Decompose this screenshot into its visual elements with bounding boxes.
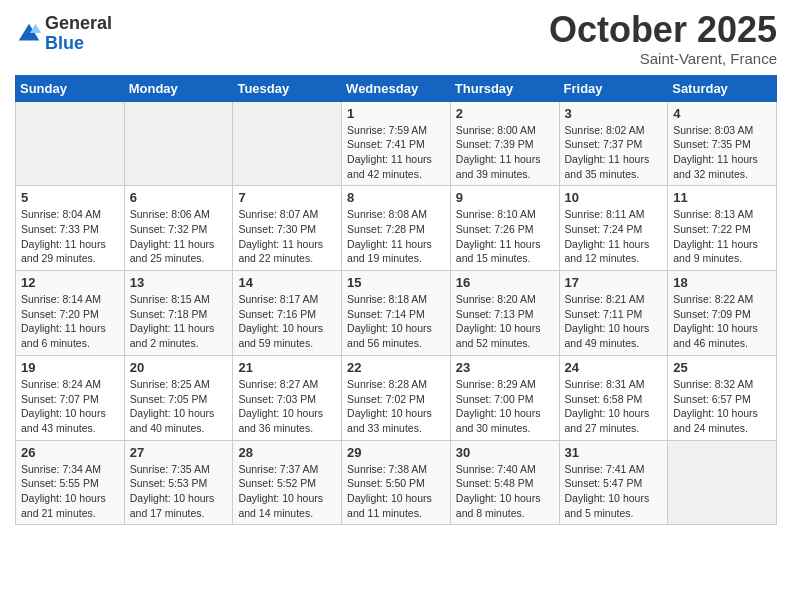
day-detail: Sunrise: 8:04 AMSunset: 7:33 PMDaylight:… xyxy=(21,207,119,266)
calendar-cell xyxy=(124,101,233,186)
calendar: SundayMondayTuesdayWednesdayThursdayFrid… xyxy=(15,75,777,526)
day-detail: Sunrise: 8:22 AMSunset: 7:09 PMDaylight:… xyxy=(673,292,771,351)
day-detail: Sunrise: 8:03 AMSunset: 7:35 PMDaylight:… xyxy=(673,123,771,182)
calendar-cell: 22Sunrise: 8:28 AMSunset: 7:02 PMDayligh… xyxy=(342,355,451,440)
calendar-cell: 27Sunrise: 7:35 AMSunset: 5:53 PMDayligh… xyxy=(124,440,233,525)
header: General Blue October 2025 Saint-Varent, … xyxy=(15,10,777,67)
day-detail: Sunrise: 8:25 AMSunset: 7:05 PMDaylight:… xyxy=(130,377,228,436)
day-number: 13 xyxy=(130,275,228,290)
calendar-week-row: 19Sunrise: 8:24 AMSunset: 7:07 PMDayligh… xyxy=(16,355,777,440)
calendar-cell: 31Sunrise: 7:41 AMSunset: 5:47 PMDayligh… xyxy=(559,440,668,525)
day-number: 8 xyxy=(347,190,445,205)
day-detail: Sunrise: 8:32 AMSunset: 6:57 PMDaylight:… xyxy=(673,377,771,436)
day-number: 18 xyxy=(673,275,771,290)
calendar-cell: 4Sunrise: 8:03 AMSunset: 7:35 PMDaylight… xyxy=(668,101,777,186)
day-detail: Sunrise: 8:18 AMSunset: 7:14 PMDaylight:… xyxy=(347,292,445,351)
calendar-cell: 20Sunrise: 8:25 AMSunset: 7:05 PMDayligh… xyxy=(124,355,233,440)
logo-general: General xyxy=(45,14,112,34)
calendar-cell: 19Sunrise: 8:24 AMSunset: 7:07 PMDayligh… xyxy=(16,355,125,440)
calendar-cell: 18Sunrise: 8:22 AMSunset: 7:09 PMDayligh… xyxy=(668,271,777,356)
calendar-cell: 13Sunrise: 8:15 AMSunset: 7:18 PMDayligh… xyxy=(124,271,233,356)
calendar-cell: 16Sunrise: 8:20 AMSunset: 7:13 PMDayligh… xyxy=(450,271,559,356)
calendar-cell: 24Sunrise: 8:31 AMSunset: 6:58 PMDayligh… xyxy=(559,355,668,440)
day-number: 15 xyxy=(347,275,445,290)
calendar-cell: 26Sunrise: 7:34 AMSunset: 5:55 PMDayligh… xyxy=(16,440,125,525)
day-number: 20 xyxy=(130,360,228,375)
day-detail: Sunrise: 8:27 AMSunset: 7:03 PMDaylight:… xyxy=(238,377,336,436)
day-number: 2 xyxy=(456,106,554,121)
weekday-header: Thursday xyxy=(450,75,559,101)
day-number: 14 xyxy=(238,275,336,290)
calendar-cell: 21Sunrise: 8:27 AMSunset: 7:03 PMDayligh… xyxy=(233,355,342,440)
calendar-cell: 17Sunrise: 8:21 AMSunset: 7:11 PMDayligh… xyxy=(559,271,668,356)
day-detail: Sunrise: 7:37 AMSunset: 5:52 PMDaylight:… xyxy=(238,462,336,521)
weekday-header: Saturday xyxy=(668,75,777,101)
weekday-header-row: SundayMondayTuesdayWednesdayThursdayFrid… xyxy=(16,75,777,101)
calendar-week-row: 26Sunrise: 7:34 AMSunset: 5:55 PMDayligh… xyxy=(16,440,777,525)
day-detail: Sunrise: 8:24 AMSunset: 7:07 PMDaylight:… xyxy=(21,377,119,436)
calendar-cell xyxy=(233,101,342,186)
day-detail: Sunrise: 7:34 AMSunset: 5:55 PMDaylight:… xyxy=(21,462,119,521)
calendar-cell: 10Sunrise: 8:11 AMSunset: 7:24 PMDayligh… xyxy=(559,186,668,271)
day-detail: Sunrise: 8:07 AMSunset: 7:30 PMDaylight:… xyxy=(238,207,336,266)
day-number: 25 xyxy=(673,360,771,375)
calendar-cell: 23Sunrise: 8:29 AMSunset: 7:00 PMDayligh… xyxy=(450,355,559,440)
day-detail: Sunrise: 8:17 AMSunset: 7:16 PMDaylight:… xyxy=(238,292,336,351)
day-detail: Sunrise: 8:11 AMSunset: 7:24 PMDaylight:… xyxy=(565,207,663,266)
calendar-cell: 2Sunrise: 8:00 AMSunset: 7:39 PMDaylight… xyxy=(450,101,559,186)
day-detail: Sunrise: 7:41 AMSunset: 5:47 PMDaylight:… xyxy=(565,462,663,521)
day-detail: Sunrise: 8:20 AMSunset: 7:13 PMDaylight:… xyxy=(456,292,554,351)
weekday-header: Sunday xyxy=(16,75,125,101)
weekday-header: Friday xyxy=(559,75,668,101)
weekday-header: Wednesday xyxy=(342,75,451,101)
day-detail: Sunrise: 7:40 AMSunset: 5:48 PMDaylight:… xyxy=(456,462,554,521)
day-number: 22 xyxy=(347,360,445,375)
calendar-week-row: 12Sunrise: 8:14 AMSunset: 7:20 PMDayligh… xyxy=(16,271,777,356)
day-number: 16 xyxy=(456,275,554,290)
day-detail: Sunrise: 8:21 AMSunset: 7:11 PMDaylight:… xyxy=(565,292,663,351)
calendar-cell: 9Sunrise: 8:10 AMSunset: 7:26 PMDaylight… xyxy=(450,186,559,271)
location: Saint-Varent, France xyxy=(549,50,777,67)
calendar-cell: 30Sunrise: 7:40 AMSunset: 5:48 PMDayligh… xyxy=(450,440,559,525)
page: General Blue October 2025 Saint-Varent, … xyxy=(0,0,792,612)
title-block: October 2025 Saint-Varent, France xyxy=(549,10,777,67)
day-detail: Sunrise: 8:31 AMSunset: 6:58 PMDaylight:… xyxy=(565,377,663,436)
weekday-header: Monday xyxy=(124,75,233,101)
calendar-cell: 28Sunrise: 7:37 AMSunset: 5:52 PMDayligh… xyxy=(233,440,342,525)
day-number: 24 xyxy=(565,360,663,375)
day-number: 7 xyxy=(238,190,336,205)
calendar-cell: 29Sunrise: 7:38 AMSunset: 5:50 PMDayligh… xyxy=(342,440,451,525)
calendar-cell: 25Sunrise: 8:32 AMSunset: 6:57 PMDayligh… xyxy=(668,355,777,440)
calendar-cell: 8Sunrise: 8:08 AMSunset: 7:28 PMDaylight… xyxy=(342,186,451,271)
calendar-cell: 6Sunrise: 8:06 AMSunset: 7:32 PMDaylight… xyxy=(124,186,233,271)
day-detail: Sunrise: 7:35 AMSunset: 5:53 PMDaylight:… xyxy=(130,462,228,521)
day-number: 11 xyxy=(673,190,771,205)
calendar-cell: 3Sunrise: 8:02 AMSunset: 7:37 PMDaylight… xyxy=(559,101,668,186)
calendar-cell xyxy=(16,101,125,186)
day-number: 19 xyxy=(21,360,119,375)
day-number: 10 xyxy=(565,190,663,205)
day-number: 5 xyxy=(21,190,119,205)
calendar-cell: 15Sunrise: 8:18 AMSunset: 7:14 PMDayligh… xyxy=(342,271,451,356)
day-number: 6 xyxy=(130,190,228,205)
calendar-cell: 1Sunrise: 7:59 AMSunset: 7:41 PMDaylight… xyxy=(342,101,451,186)
month-title: October 2025 xyxy=(549,10,777,50)
day-number: 9 xyxy=(456,190,554,205)
day-number: 26 xyxy=(21,445,119,460)
day-number: 23 xyxy=(456,360,554,375)
day-detail: Sunrise: 8:06 AMSunset: 7:32 PMDaylight:… xyxy=(130,207,228,266)
day-number: 4 xyxy=(673,106,771,121)
calendar-week-row: 5Sunrise: 8:04 AMSunset: 7:33 PMDaylight… xyxy=(16,186,777,271)
day-detail: Sunrise: 7:59 AMSunset: 7:41 PMDaylight:… xyxy=(347,123,445,182)
day-number: 1 xyxy=(347,106,445,121)
logo-blue: Blue xyxy=(45,34,112,54)
day-detail: Sunrise: 8:08 AMSunset: 7:28 PMDaylight:… xyxy=(347,207,445,266)
day-detail: Sunrise: 8:14 AMSunset: 7:20 PMDaylight:… xyxy=(21,292,119,351)
calendar-week-row: 1Sunrise: 7:59 AMSunset: 7:41 PMDaylight… xyxy=(16,101,777,186)
calendar-cell xyxy=(668,440,777,525)
day-number: 30 xyxy=(456,445,554,460)
logo: General Blue xyxy=(15,14,112,54)
day-number: 17 xyxy=(565,275,663,290)
logo-text: General Blue xyxy=(45,14,112,54)
day-detail: Sunrise: 8:13 AMSunset: 7:22 PMDaylight:… xyxy=(673,207,771,266)
